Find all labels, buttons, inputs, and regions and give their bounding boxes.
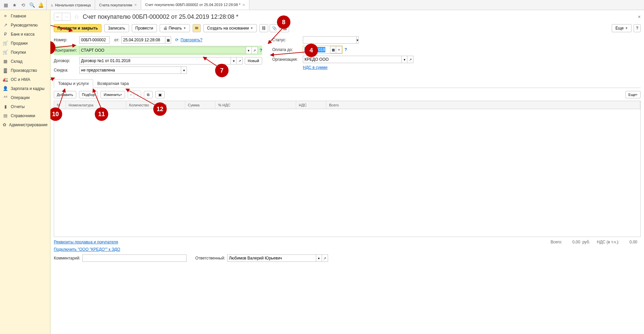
grid-icon: ▦ — [3, 59, 8, 64]
vat-link[interactable]: НДС в сумме — [303, 65, 328, 70]
forward-button[interactable]: → — [62, 13, 70, 20]
print-button[interactable]: 🖨Печать▼ — [160, 24, 190, 32]
factory-icon: ▓ — [3, 68, 8, 73]
close-doc-icon[interactable]: × — [638, 14, 641, 19]
chevron-down-icon: ▾ — [636, 93, 638, 96]
favorites-icon[interactable]: ★ — [10, 1, 19, 9]
vat-total-value: 0,00 — [630, 240, 637, 244]
responsible-input[interactable] — [227, 254, 316, 262]
repeat-icon: ⟳ — [175, 38, 178, 42]
number-input[interactable] — [79, 36, 110, 44]
open-button[interactable]: ↗ — [252, 47, 258, 54]
help-icon[interactable]: ? — [260, 48, 262, 53]
select-button[interactable]: ▾ — [231, 57, 237, 64]
close-icon[interactable]: × — [134, 2, 137, 7]
sidebar-item-bank[interactable]: ₽Банк и касса — [0, 30, 50, 39]
new-contract-button[interactable]: Новый — [245, 57, 262, 64]
seller-details-link[interactable]: Реквизиты продавца и покупателя — [54, 240, 118, 244]
select-button[interactable]: ▾ — [356, 36, 359, 44]
clear-button[interactable]: × — [336, 46, 342, 53]
history-icon[interactable]: ⟲ — [19, 1, 28, 9]
sidebar-item-salary[interactable]: 👤Зарплата и кадры — [0, 84, 50, 93]
select-button[interactable]: ▾ — [181, 66, 187, 74]
tab-home-label: Начальная страница — [55, 3, 91, 7]
sidebar-item-manager[interactable]: ↗Руководителю — [0, 20, 50, 30]
save-button[interactable]: Записать — [104, 24, 129, 32]
open-button[interactable]: ↗ — [237, 57, 243, 64]
home-icon: ⌂ — [51, 3, 53, 7]
open-button[interactable]: ↗ — [407, 56, 413, 63]
more-label: Еще — [629, 93, 636, 97]
tab-home[interactable]: ⌂ Начальная страница — [46, 0, 95, 10]
responsible-label: Ответственный: — [195, 256, 225, 260]
date-input[interactable] — [121, 36, 165, 44]
chevron-down-icon: ▾ — [357, 38, 358, 42]
sidebar-item-reports[interactable]: ▮Отчеты — [0, 102, 50, 111]
calendar-button[interactable]: ▦ — [330, 46, 336, 53]
chevron-down-icon: ▼ — [183, 27, 186, 30]
post-button[interactable]: Провести — [132, 24, 157, 32]
annotation-marker-7: 7 — [215, 64, 229, 77]
sidebar-item-main[interactable]: ≡Главное — [0, 11, 50, 20]
svg-line-0 — [268, 29, 282, 44]
table-body[interactable] — [54, 109, 640, 237]
col-total[interactable]: Всего — [326, 101, 640, 109]
org-label: Организация: — [272, 57, 301, 62]
select-button[interactable]: ▾ — [316, 254, 322, 262]
number-label: Номер: — [54, 38, 77, 42]
col-vat-pct[interactable]: % НДС — [215, 101, 296, 109]
sidebar-label: Продажи — [11, 41, 28, 46]
more-button[interactable]: Еще▼ — [612, 24, 632, 32]
select-button[interactable]: ▾ — [246, 47, 252, 54]
sidebar-item-catalogs[interactable]: ▤Справочники — [0, 111, 50, 120]
search-icon[interactable]: 🔍 — [28, 1, 36, 9]
discount-input[interactable] — [79, 66, 181, 74]
select-button[interactable]: ▾ — [401, 56, 407, 63]
bell-icon[interactable]: 🔔 — [36, 1, 45, 9]
table-more-button[interactable]: Еще ▾ — [626, 91, 641, 98]
more-label: Еще — [615, 26, 623, 31]
chevron-down-icon: ▾ — [183, 68, 185, 72]
create-based-button[interactable]: Создать на основании▼ — [203, 24, 257, 32]
org-input[interactable] — [303, 56, 401, 63]
help-icon[interactable]: ? — [345, 47, 347, 52]
close-icon[interactable]: × — [242, 2, 245, 7]
sidebar-item-operations[interactable]: ᴬᴷОперации — [0, 93, 50, 102]
tab-current-doc[interactable]: Счет покупателю 00БП-000002 от 25.04.201… — [141, 0, 249, 10]
tab-containers[interactable]: Возвратная тара — [93, 79, 133, 88]
apps-icon[interactable]: ▦ — [1, 1, 10, 9]
envelope-button[interactable]: ✉ — [193, 24, 201, 32]
annotation-marker-4: 4 — [305, 44, 318, 57]
sidebar-label: Отчеты — [11, 104, 25, 109]
back-button[interactable]: ← — [54, 13, 62, 20]
calendar-button[interactable]: ▦ — [165, 36, 171, 44]
col-vat[interactable]: НДС — [296, 101, 326, 109]
svg-line-4 — [203, 57, 218, 67]
open-icon: ↗ — [323, 256, 326, 260]
help-button[interactable]: ? — [634, 24, 641, 32]
counterparty-input[interactable] — [79, 47, 246, 54]
tab-invoices[interactable]: Счета покупателям × — [95, 0, 141, 10]
cart-icon: 🛒 — [3, 50, 8, 55]
sidebar-item-purchases[interactable]: 🛒Покупки — [0, 48, 50, 57]
print-label: Печать — [169, 26, 182, 31]
comment-label: Комментарий: — [54, 256, 80, 260]
edo-link[interactable]: Подключить "ООО "КРЕДО"" к ЭДО — [54, 247, 120, 252]
svg-line-1 — [271, 52, 305, 55]
comment-input[interactable] — [82, 254, 187, 262]
sidebar-item-admin[interactable]: ✿Администрирование — [0, 120, 50, 129]
status-input[interactable] — [303, 36, 356, 44]
repeat-link[interactable]: Повторять? — [180, 38, 202, 42]
total-label: Всего: — [551, 240, 562, 244]
svg-line-5 — [50, 78, 54, 81]
tab-goods[interactable]: Товары и услуги — [54, 79, 93, 88]
star-icon[interactable]: ☆ — [74, 13, 79, 20]
cart-icon: 🛒 — [3, 41, 8, 46]
sidebar-item-warehouse[interactable]: ▦Склад — [0, 57, 50, 66]
sidebar-item-assets[interactable]: 🚛ОС и НМА — [0, 75, 50, 84]
book-icon: ▤ — [3, 113, 8, 118]
sidebar-item-production[interactable]: ▓Производство — [0, 66, 50, 75]
open-button[interactable]: ↗ — [322, 254, 328, 262]
col-sum[interactable]: Сумма — [185, 101, 215, 109]
sidebar-item-sales[interactable]: 🛒Продажи — [0, 39, 50, 48]
